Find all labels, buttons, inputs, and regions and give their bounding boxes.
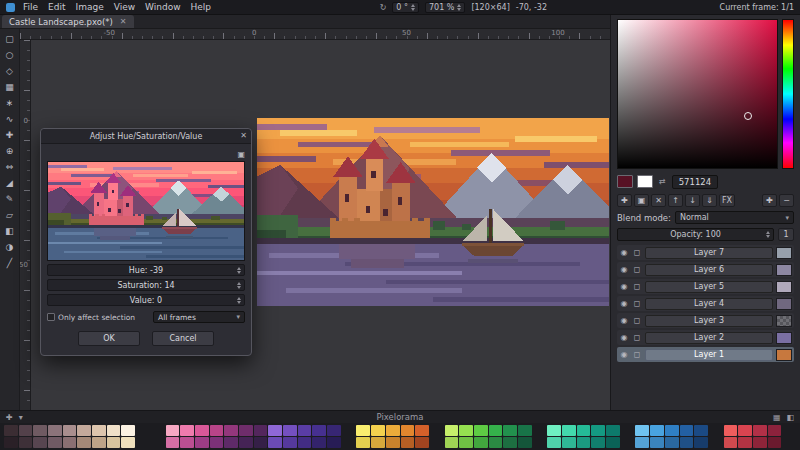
palette-swatch[interactable] xyxy=(606,437,620,448)
split-view-icon[interactable]: ◧ xyxy=(786,413,794,422)
rectangle-select-tool[interactable]: ▢ xyxy=(2,32,18,47)
palette-swatch[interactable] xyxy=(547,425,561,436)
palette-swatch[interactable] xyxy=(386,437,400,448)
layer-lock-icon[interactable]: ◻ xyxy=(632,299,642,308)
layer-frame-thumbnail[interactable] xyxy=(776,281,792,293)
add-frame-button[interactable]: ✚ xyxy=(762,194,777,207)
palette-swatch[interactable] xyxy=(665,425,679,436)
layer-visibility-icon[interactable]: ◉ xyxy=(619,316,629,325)
palette-swatch[interactable] xyxy=(312,437,326,448)
palette-swatch[interactable] xyxy=(4,437,18,448)
menu-help[interactable]: Help xyxy=(187,2,216,12)
layer-visibility-icon[interactable]: ◉ xyxy=(619,350,629,359)
palette-swatch[interactable] xyxy=(283,425,297,436)
palette-swatch[interactable] xyxy=(415,425,429,436)
palette-swatch[interactable] xyxy=(459,425,473,436)
ok-button[interactable]: OK xyxy=(78,331,140,346)
cancel-button[interactable]: Cancel xyxy=(152,331,214,346)
layer-lock-icon[interactable]: ◻ xyxy=(632,248,642,257)
layer-name-button[interactable]: Layer 5 xyxy=(645,281,773,293)
palette-swatch[interactable] xyxy=(474,437,488,448)
preview-options-icon[interactable]: ▣ xyxy=(237,150,245,159)
palette-swatch[interactable] xyxy=(180,437,194,448)
palette-swatch[interactable] xyxy=(210,437,224,448)
palette-swatch[interactable] xyxy=(121,437,135,448)
palette-swatch[interactable] xyxy=(489,437,503,448)
palette-swatch[interactable] xyxy=(694,437,708,448)
vertical-ruler[interactable]: 050 xyxy=(20,40,31,410)
eraser-tool[interactable]: ▱ xyxy=(2,208,18,223)
palette-swatch[interactable] xyxy=(298,425,312,436)
palette-swatch[interactable] xyxy=(768,425,782,436)
hex-color-field[interactable]: 571124 xyxy=(672,175,718,189)
opacity-spin-icon[interactable] xyxy=(766,231,770,238)
merge-layer-button[interactable]: ⇓ xyxy=(702,194,717,207)
layer-name-button[interactable]: Layer 3 xyxy=(645,315,773,327)
palette-swatch[interactable] xyxy=(386,425,400,436)
saturation-slider-field[interactable]: Saturation: 14 xyxy=(47,279,245,291)
layer-lock-icon[interactable]: ◻ xyxy=(632,282,642,291)
add-layer-button[interactable]: ✚ xyxy=(617,194,632,207)
layer-frame-thumbnail[interactable] xyxy=(776,298,792,310)
palette-swatch[interactable] xyxy=(503,437,517,448)
palette-swatch[interactable] xyxy=(166,425,180,436)
palette-swatch[interactable] xyxy=(768,437,782,448)
menu-view[interactable]: View xyxy=(110,2,139,12)
palette-swatch[interactable] xyxy=(77,437,91,448)
palette-swatch[interactable] xyxy=(268,425,282,436)
palette-swatch[interactable] xyxy=(459,437,473,448)
palette-swatch[interactable] xyxy=(254,437,268,448)
horizontal-ruler[interactable]: -50050100 xyxy=(20,29,610,40)
shading-tool[interactable]: ◑ xyxy=(2,240,18,255)
palette-swatch[interactable] xyxy=(503,425,517,436)
palette-swatch[interactable] xyxy=(724,425,738,436)
palette-swatch[interactable] xyxy=(371,425,385,436)
palette-swatch[interactable] xyxy=(224,425,238,436)
palette-swatch[interactable] xyxy=(489,425,503,436)
value-slider-field[interactable]: Value: 0 xyxy=(47,294,245,306)
palette-swatch[interactable] xyxy=(401,425,415,436)
palette-swatch[interactable] xyxy=(445,425,459,436)
dialog-close-icon[interactable]: ✕ xyxy=(240,131,247,141)
layer-row[interactable]: ◉◻Layer 1 xyxy=(617,347,794,362)
secondary-color-swatch[interactable] xyxy=(637,175,653,188)
layer-name-button[interactable]: Layer 4 xyxy=(645,298,773,310)
color-select-tool[interactable]: ▦ xyxy=(2,80,18,95)
palette-swatch[interactable] xyxy=(33,425,47,436)
pencil-tool[interactable]: ✎ xyxy=(2,192,18,207)
layer-visibility-icon[interactable]: ◉ xyxy=(619,299,629,308)
lasso-tool[interactable]: ∿ xyxy=(2,112,18,127)
layer-visibility-icon[interactable]: ◉ xyxy=(619,282,629,291)
palette-swatch[interactable] xyxy=(48,437,62,448)
palette-swatch[interactable] xyxy=(239,437,253,448)
palette-swatch[interactable] xyxy=(356,437,370,448)
palette-swatch[interactable] xyxy=(591,437,605,448)
magic-wand-tool[interactable]: ∗ xyxy=(2,96,18,111)
palette-swatch[interactable] xyxy=(63,425,77,436)
palette-swatch[interactable] xyxy=(635,425,649,436)
add-palette-icon[interactable]: ✚ xyxy=(6,413,13,422)
only-affect-selection-checkbox[interactable] xyxy=(47,313,55,321)
layer-name-button[interactable]: Layer 7 xyxy=(645,247,773,259)
zoom-tool[interactable]: ⊕ xyxy=(2,144,18,159)
value-spin-icon[interactable] xyxy=(237,297,241,304)
palette-swatch[interactable] xyxy=(63,437,77,448)
layer-frame-thumbnail[interactable] xyxy=(776,349,792,361)
tab-close-icon[interactable]: ✕ xyxy=(120,17,127,26)
palette-swatch[interactable] xyxy=(48,425,62,436)
palette-swatch[interactable] xyxy=(401,437,415,448)
layer-name-button[interactable]: Layer 1 xyxy=(645,349,773,361)
layer-row[interactable]: ◉◻Layer 4 xyxy=(617,296,794,311)
move-layer-up-button[interactable]: ↑ xyxy=(668,194,683,207)
palette-swatch[interactable] xyxy=(753,425,767,436)
layer-row[interactable]: ◉◻Layer 7 xyxy=(617,245,794,260)
layer-lock-icon[interactable]: ◻ xyxy=(632,265,642,274)
layer-row[interactable]: ◉◻Layer 3 xyxy=(617,313,794,328)
pan-tool[interactable]: ⇔ xyxy=(2,160,18,175)
palette-swatch[interactable] xyxy=(665,437,679,448)
blend-mode-dropdown[interactable]: Normal ▾ xyxy=(675,211,794,224)
hue-slider-field[interactable]: Hue: -39 xyxy=(47,264,245,276)
palette-swatch[interactable] xyxy=(4,425,18,436)
palette-swatch[interactable] xyxy=(166,437,180,448)
palette-swatch[interactable] xyxy=(577,425,591,436)
